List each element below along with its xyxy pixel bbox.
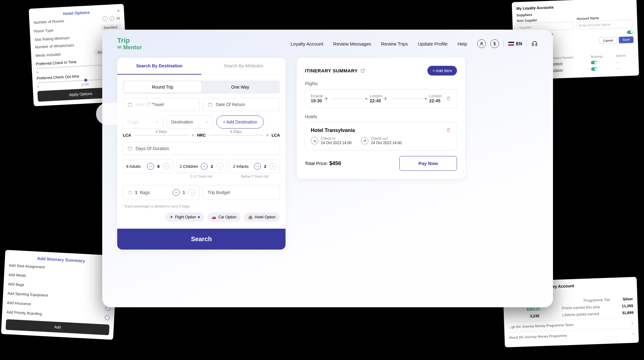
calendar-icon [127, 102, 132, 107]
plus-button[interactable]: + [270, 163, 276, 170]
add-itin-button[interactable]: Add [6, 319, 109, 335]
opt-ins: Add Insurance [7, 300, 31, 307]
plus-icon[interactable]: + [109, 16, 114, 21]
topbar: Trip 🗺Mentor Loyalty Account Review Mess… [102, 30, 553, 58]
pay-now-button[interactable]: Pay Now [399, 156, 457, 171]
opt-wheel: Number of Wheelchairs [35, 43, 74, 50]
infants-stepper: 2 Infants −2+ [230, 159, 280, 173]
svg-point-0 [481, 42, 482, 44]
cancel-button[interactable]: Cancel [599, 37, 617, 44]
account-name-input[interactable]: Enter Account Name [577, 20, 633, 30]
add-itin-title: Add Itinerary Summary [9, 254, 113, 265]
add-destination-button[interactable]: + Add Destination [216, 115, 264, 129]
plus-button[interactable]: + [163, 163, 170, 170]
hotel-option-chip[interactable]: 🏨Hotel Option [244, 212, 280, 222]
plane-icon: ✈ [383, 96, 387, 102]
car-icon: 🚗 [212, 215, 216, 219]
nav-review-trips[interactable]: Review Trips [381, 41, 408, 46]
plane-icon: ✈ [191, 133, 195, 138]
bags-footnote: * Each passenger is allowed to carry 2 b… [123, 204, 280, 208]
search-panel: Search By Destination Search By Attribut… [117, 58, 286, 250]
hotel-icon: 🏨 [248, 215, 253, 219]
save-button[interactable]: Save [619, 36, 634, 44]
plane-icon: ✈ [324, 96, 328, 102]
opt-rooms: Number of Rooms [34, 19, 64, 25]
children-stepper: 2 Children −2+ [176, 159, 226, 173]
date-return-input[interactable]: Date Of Return [203, 98, 280, 111]
duration-input[interactable]: Days Of Duration [123, 142, 280, 155]
destination-select[interactable]: Destination [166, 115, 213, 129]
minus-button[interactable]: − [147, 163, 154, 170]
include-toggle[interactable] [627, 30, 633, 34]
flight-card: Emarat19:30 ✈ London22:45 ✈ London22:45 [305, 89, 457, 108]
currency-icon[interactable]: $ [490, 39, 499, 48]
flights-label: Flights [305, 81, 457, 86]
add-item-button[interactable]: + Add Item [427, 66, 457, 75]
nav-update-profile[interactable]: Update Profile [418, 41, 448, 46]
add-itinerary-panel: Add Itinerary Summary Add Seat Assignmen… [1, 250, 118, 340]
cloud-decoration [96, 103, 158, 125]
total-price: Total Price: $456 [305, 160, 341, 167]
calendar-icon [127, 146, 132, 151]
nav-review-messages[interactable]: Review Messages [333, 41, 371, 46]
summary-title: ITINERARY SUMMARY [305, 68, 365, 73]
opt-star: Star Rating Minimum [35, 36, 70, 42]
svg-rect-1 [128, 103, 132, 106]
chevron-down-icon [205, 120, 209, 124]
checkin-icon: ↘ [311, 137, 318, 144]
opt-bags: Add Bags [8, 282, 24, 288]
adults-stepper: 8 Adults −8+ [123, 159, 173, 173]
plus-button[interactable]: + [188, 189, 195, 196]
itinerary-summary-panel: ITINERARY SUMMARY + Add Item Flights Ema… [297, 58, 465, 179]
children-note: 2-12 Years old [176, 174, 226, 178]
flag-icon [508, 41, 514, 46]
car-option-chip[interactable]: 🚗Car Option [207, 212, 241, 222]
language-selector[interactable]: EN [508, 41, 522, 46]
opt-roomtype: Room Type [34, 28, 53, 33]
delete-hotel-button[interactable] [446, 128, 451, 133]
route-display: LCA 4 Days ✈ HRC 4 Days ✈ LCA [123, 133, 280, 138]
main-app: Trip 🗺Mentor Loyalty Account Review Mess… [102, 30, 553, 307]
budget-input[interactable]: Trip Budget [203, 185, 280, 200]
user-icon[interactable] [477, 39, 486, 48]
calendar-icon [208, 102, 213, 107]
nav: Loyalty Account Review Messages Review T… [291, 39, 538, 48]
minus-button[interactable]: − [201, 163, 208, 170]
flight-option-chip[interactable]: ✈Flight Option [166, 212, 204, 222]
checkout-icon: ↗ [361, 137, 368, 144]
plus-button[interactable]: + [216, 163, 223, 170]
row-toggle[interactable] [591, 61, 597, 65]
bags-field: 1Bags −1+ [123, 185, 200, 200]
tab-search-attributes[interactable]: Search By Attributes [201, 58, 286, 75]
hotel-card: Hotel Transylvania ↘Check in24 Oct 2023 … [305, 122, 457, 150]
plane-icon: ✈ [266, 133, 269, 138]
svg-rect-2 [208, 103, 212, 106]
add-prio-toggle[interactable] [105, 315, 110, 320]
infants-note: Below 2 Years old [230, 174, 280, 178]
map-icon: 🗺 [117, 46, 121, 50]
external-link-icon[interactable] [360, 68, 365, 73]
svg-rect-3 [128, 147, 132, 150]
headset-icon[interactable] [531, 40, 538, 47]
opt-meals: Meals Included [36, 52, 61, 58]
search-button[interactable]: Search [117, 229, 286, 250]
hotel-name: Hotel Transylvania [311, 128, 442, 133]
logo[interactable]: Trip 🗺Mentor [117, 37, 142, 50]
hotels-label: Hotels [305, 114, 457, 119]
opt-prio: Add Priority Boarding [6, 310, 42, 317]
minus-button[interactable]: − [254, 163, 261, 170]
tab-search-destination[interactable]: Search By Destination [117, 58, 201, 75]
seg-one-way[interactable]: One Way [201, 81, 279, 93]
minus-icon[interactable]: − [102, 16, 108, 22]
opt-sport: Add Sporting Equipment [7, 291, 48, 298]
minus-button[interactable]: − [173, 189, 180, 196]
nav-loyalty[interactable]: Loyalty Account [291, 41, 323, 46]
opt-seat: Add Seat Assignment [9, 263, 45, 270]
close-icon[interactable]: × [117, 8, 120, 13]
delete-flight-button[interactable] [446, 96, 451, 101]
nav-help[interactable]: Help [458, 41, 467, 46]
seg-round-trip[interactable]: Round Trip [124, 81, 201, 93]
row-toggle[interactable] [591, 67, 597, 71]
luggage-icon [127, 190, 132, 195]
opt-meals2: Add Meals [8, 272, 26, 278]
